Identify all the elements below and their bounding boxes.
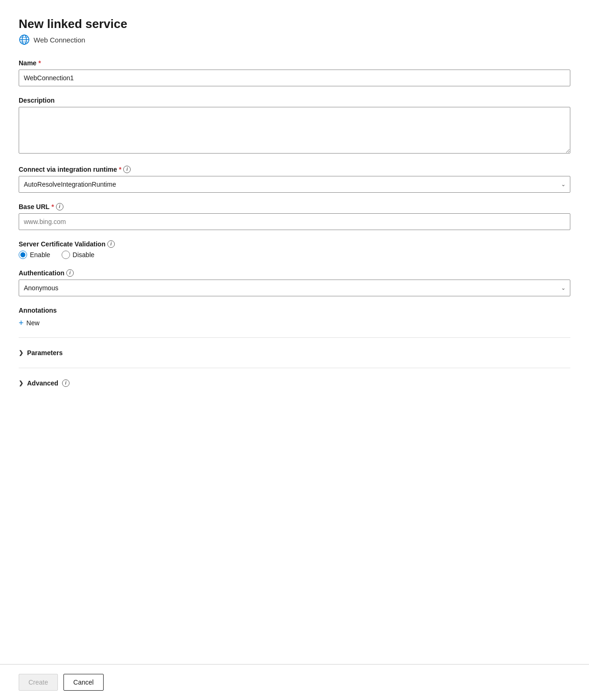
auth-label: Authentication — [19, 269, 64, 277]
description-field-group: Description — [19, 97, 570, 155]
name-label: Name — [19, 59, 36, 67]
name-field-group: Name * — [19, 59, 570, 86]
base-url-label: Base URL — [19, 203, 49, 210]
create-button[interactable]: Create — [19, 674, 58, 691]
disable-radio-option[interactable]: Disable — [62, 251, 95, 259]
subtitle-text: Web Connection — [34, 36, 85, 44]
parameters-chevron-icon: ❯ — [19, 350, 23, 356]
auth-info-icon[interactable]: i — [66, 269, 74, 277]
cert-validation-info-icon[interactable]: i — [107, 240, 115, 248]
divider-1 — [19, 337, 570, 338]
advanced-section: ❯ Advanced i — [19, 378, 570, 389]
auth-field-group: Authentication i Anonymous ⌄ — [19, 269, 570, 296]
footer-bar: Create Cancel — [0, 664, 589, 700]
parameters-header[interactable]: ❯ Parameters — [19, 347, 63, 358]
cancel-button[interactable]: Cancel — [63, 674, 104, 691]
page-title: New linked service — [19, 17, 570, 31]
description-input[interactable] — [19, 107, 570, 154]
cert-validation-label: Server Certificate Validation — [19, 240, 105, 248]
advanced-chevron-icon: ❯ — [19, 380, 23, 386]
new-annotation-label: New — [27, 319, 40, 327]
disable-radio-label: Disable — [73, 251, 95, 259]
runtime-select[interactable]: AutoResolveIntegrationRuntime — [19, 176, 570, 193]
auth-select[interactable]: Anonymous — [19, 280, 570, 296]
globe-icon — [19, 34, 30, 45]
base-url-required-star: * — [51, 203, 54, 210]
annotations-section: Annotations + New — [19, 307, 570, 327]
runtime-required-star: * — [119, 166, 121, 173]
runtime-field-group: Connect via integration runtime * i Auto… — [19, 166, 570, 193]
description-label: Description — [19, 97, 55, 104]
enable-radio-option[interactable]: Enable — [19, 251, 50, 259]
cert-validation-group: Server Certificate Validation i Enable D… — [19, 240, 570, 259]
parameters-section: ❯ Parameters — [19, 347, 570, 358]
advanced-label: Advanced — [27, 379, 58, 387]
new-annotation-button[interactable]: + New — [19, 319, 40, 327]
base-url-info-icon[interactable]: i — [56, 203, 63, 210]
base-url-field-group: Base URL * i — [19, 203, 570, 230]
disable-radio[interactable] — [62, 251, 70, 259]
name-required-star: * — [38, 59, 41, 67]
name-input[interactable] — [19, 70, 570, 86]
advanced-header[interactable]: ❯ Advanced i — [19, 378, 70, 389]
divider-2 — [19, 368, 570, 368]
plus-icon: + — [19, 319, 24, 327]
annotations-title: Annotations — [19, 307, 570, 314]
enable-radio[interactable] — [19, 251, 27, 259]
base-url-input[interactable] — [19, 213, 570, 230]
runtime-label: Connect via integration runtime — [19, 166, 117, 173]
parameters-label: Parameters — [27, 349, 63, 357]
enable-radio-label: Enable — [30, 251, 50, 259]
runtime-info-icon[interactable]: i — [123, 166, 131, 173]
advanced-info-icon[interactable]: i — [62, 379, 70, 387]
